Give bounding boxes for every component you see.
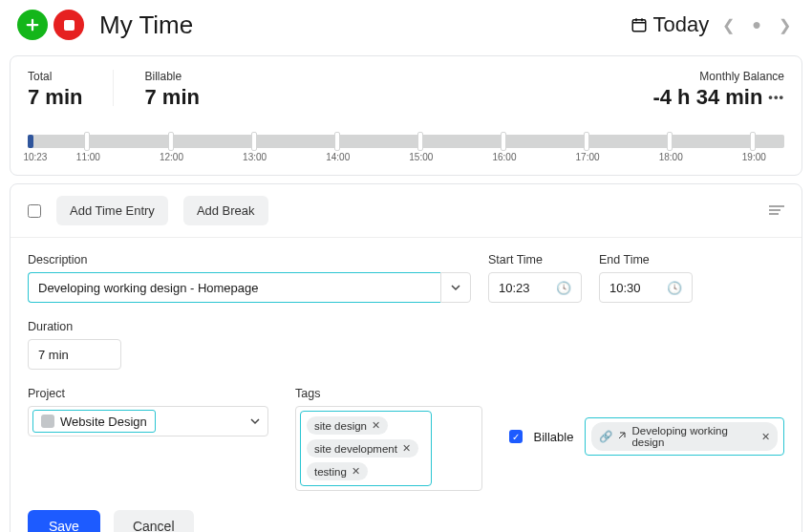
- timeline-label: 15:00: [409, 152, 433, 162]
- timeline-label: 18:00: [659, 152, 683, 162]
- balance-value: -4 h 34 min: [652, 85, 762, 110]
- tags-label: Tags: [295, 387, 482, 400]
- balance-label: Monthly Balance: [699, 70, 784, 83]
- stop-icon: [64, 20, 75, 31]
- tag-pill: site development ✕: [307, 439, 418, 458]
- start-time-value: 10:23: [499, 281, 530, 295]
- project-select[interactable]: Website Design: [28, 406, 268, 436]
- tags-input[interactable]: site design ✕ site development ✕ testing…: [295, 406, 482, 491]
- tag-label: site development: [314, 443, 397, 455]
- timeline-tick: [334, 132, 340, 151]
- date-label[interactable]: Today: [653, 12, 710, 37]
- timeline-tick: [584, 132, 589, 151]
- timeline-tick: [750, 132, 756, 151]
- chevron-down-icon: [250, 415, 260, 429]
- calendar-icon: [630, 16, 648, 33]
- start-time-label: Start Time: [488, 253, 582, 266]
- timeline-tick: [84, 132, 90, 151]
- svg-rect-0: [632, 20, 646, 32]
- timeline-tick: [168, 132, 174, 151]
- tag-label: site design: [314, 420, 367, 432]
- timeline-label: 19:00: [742, 152, 766, 162]
- tag-remove-icon[interactable]: ✕: [402, 442, 411, 455]
- clock-icon: 🕓: [667, 281, 682, 295]
- duration-value: 7 min: [38, 348, 69, 362]
- balance-menu-icon[interactable]: •••: [768, 90, 784, 104]
- external-link-icon: [617, 431, 627, 442]
- add-button[interactable]: [17, 10, 48, 40]
- project-value: Website Design: [60, 415, 147, 429]
- summary-card: Total 7 min Billable 7 min Monthly Balan…: [10, 55, 802, 176]
- tag-remove-icon[interactable]: ✕: [352, 465, 360, 478]
- linked-item-label: Developing working design: [631, 425, 757, 448]
- prev-arrow[interactable]: ❮: [718, 14, 738, 36]
- page-title: My Time: [99, 11, 625, 40]
- tag-label: testing: [314, 466, 347, 478]
- timeline-label: 10:23: [23, 152, 47, 162]
- link-icon: 🔗: [599, 430, 612, 443]
- tag-pill: site design ✕: [307, 416, 388, 435]
- duration-label: Duration: [28, 320, 121, 333]
- billable-checkbox[interactable]: [509, 430, 523, 443]
- list-view-icon[interactable]: [769, 202, 784, 219]
- select-all-checkbox[interactable]: [28, 204, 41, 218]
- billable-label: Billable: [144, 70, 199, 83]
- end-time-label: End Time: [599, 253, 693, 266]
- billable-value: 7 min: [144, 85, 199, 110]
- timeline-label: 13:00: [243, 152, 267, 162]
- tag-pill: testing ✕: [307, 462, 368, 480]
- add-time-entry-button[interactable]: Add Time Entry: [56, 196, 168, 225]
- clock-icon: 🕓: [556, 281, 571, 295]
- cancel-button[interactable]: Cancel: [114, 510, 194, 532]
- chevron-down-icon: [451, 283, 460, 292]
- timeline-tick: [667, 132, 673, 151]
- total-value: 7 min: [28, 85, 82, 110]
- timeline-entry-marker: [28, 135, 33, 148]
- description-dropdown[interactable]: [440, 272, 471, 303]
- project-icon: [41, 415, 54, 428]
- start-time-input[interactable]: 10:23 🕓: [488, 272, 582, 303]
- duration-input[interactable]: 7 min: [28, 339, 121, 370]
- description-input[interactable]: Developing working design - Homepage: [28, 272, 440, 303]
- description-label: Description: [28, 253, 471, 266]
- stop-button[interactable]: [53, 10, 84, 40]
- nav-dot[interactable]: ●: [748, 14, 765, 35]
- timeline-label: 14:00: [326, 152, 350, 162]
- total-label: Total: [28, 70, 82, 83]
- timeline-tick: [501, 132, 506, 151]
- linked-item-box[interactable]: 🔗 Developing working design ✕: [585, 417, 784, 456]
- add-break-button[interactable]: Add Break: [183, 196, 268, 225]
- linked-item-remove-icon[interactable]: ✕: [761, 431, 770, 443]
- project-label: Project: [28, 387, 268, 400]
- next-arrow[interactable]: ❯: [775, 14, 795, 36]
- billable-label: Billable: [534, 430, 574, 444]
- timeline: 10:23 11:00 12:00 13:00 14:00 15:00 16:0…: [28, 135, 784, 165]
- end-time-value: 10:30: [609, 281, 641, 295]
- plus-icon: [24, 16, 41, 33]
- timeline-label: 17:00: [576, 152, 600, 162]
- timeline-label: 16:00: [492, 152, 516, 162]
- timeline-label: 12:00: [160, 152, 183, 162]
- timeline-tick: [251, 132, 257, 151]
- separator: [113, 70, 114, 106]
- timeline-tick: [417, 132, 423, 151]
- end-time-input[interactable]: 10:30 🕓: [599, 272, 693, 303]
- timeline-label: 11:00: [76, 152, 100, 162]
- tag-remove-icon[interactable]: ✕: [372, 419, 380, 432]
- save-button[interactable]: Save: [28, 510, 100, 532]
